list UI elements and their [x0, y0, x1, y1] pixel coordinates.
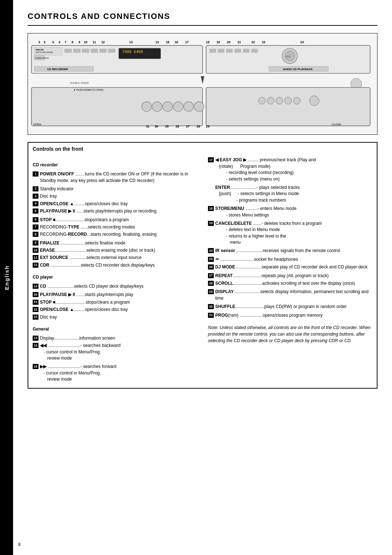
svg-text:30: 30: [155, 125, 158, 128]
num-badge-24: 24: [208, 248, 214, 253]
svg-rect-45: [209, 49, 216, 53]
svg-text:PHILIPS: PHILIPS: [36, 48, 44, 50]
ctrl-item-3: 3 Disc tray: [33, 193, 197, 199]
svg-text:17: 17: [185, 40, 189, 44]
num-badge-7: 7: [33, 224, 38, 230]
main-content: CONTROLS AND CONNECTIONS 3 4 5 6 7 8 9 1…: [13, 0, 392, 409]
svg-text:23: 23: [262, 40, 266, 44]
svg-text:11: 11: [93, 40, 96, 44]
ctrl-desc-11: EXT SOURCE ..............selects externa…: [40, 255, 197, 261]
svg-text:6: 6: [59, 40, 61, 44]
ctrl-desc-19: CANCEL/DELETE .......- deletes tracks fr…: [215, 220, 372, 246]
svg-point-63: [258, 97, 265, 104]
num-badge-29: 29: [208, 289, 214, 294]
sidebar-label: English: [3, 265, 11, 290]
svg-text:15: 15: [166, 40, 170, 44]
ctrl-desc-13: Display.....................information …: [40, 335, 197, 341]
ctrl-item-4: 4 OPEN/CLOSE ▲.........opens/closes disc…: [33, 201, 197, 207]
svg-text:CLOSE: CLOSE: [332, 122, 341, 126]
num-badge-30: 30: [208, 304, 214, 309]
ctrl-item-18: 18 STORE/MENU ..........- enters Menu mo…: [208, 206, 372, 218]
num-badge-31: 31: [208, 313, 214, 318]
ctrl-item-27: 27 REPEAT........................repeats…: [208, 273, 372, 279]
num-badge-11: 11: [33, 255, 38, 260]
svg-text:21: 21: [237, 40, 241, 44]
num-badge-26: 26: [208, 264, 214, 270]
device-diagram: 3 4 5 6 7 8 9 10 11 12 13 14 15 16 17 18…: [28, 33, 377, 135]
svg-rect-47: [226, 49, 232, 53]
ctrl-desc-7: RECORDING-TYPE ......selects recording m…: [40, 224, 197, 230]
ctrl-desc-8: RECORDING-RECORD...starts recording, fin…: [40, 231, 197, 238]
num-badge-18: 18: [208, 206, 214, 211]
ctrl-item-8: 8 RECORDING-RECORD...starts recording, f…: [33, 231, 197, 238]
svg-rect-30: [65, 49, 72, 53]
svg-text:CD RECORDER: CD RECORDER: [47, 67, 68, 70]
num-badge-9: 9: [33, 240, 38, 246]
svg-point-56: [142, 102, 152, 112]
ctrl-item-15: 15 ◀◀ ...........................- searc…: [33, 343, 197, 361]
num-badge-27: 27: [208, 273, 214, 278]
ctrl-desc-30: SHUFFLE........................plays CD(…: [215, 304, 372, 310]
ctrl-item-24: 24 IR sensor ......................recei…: [208, 248, 372, 254]
ctrl-item-21: 21 STOP ■.........................stops/…: [33, 299, 197, 305]
svg-text:14: 14: [155, 40, 159, 44]
svg-rect-35: [108, 49, 115, 53]
svg-text:24: 24: [300, 40, 304, 44]
ctrl-desc-9: FINALIZE ....................selects fin…: [40, 240, 197, 246]
svg-text:10: 10: [84, 40, 87, 44]
svg-text:5: 5: [52, 40, 54, 44]
num-badge-22: 22: [33, 307, 38, 312]
ctrl-item-10: 10 ERASE..........................select…: [33, 247, 197, 254]
svg-text:18: 18: [206, 40, 210, 44]
ctrl-item-14: 14 CD ......................selects CD p…: [33, 283, 197, 289]
svg-text:13: 13: [129, 40, 133, 44]
page-title: CONTROLS AND CONNECTIONS: [28, 11, 377, 26]
device-illustration: 3 4 5 6 7 8 9 10 11 12 13 14 15 16 17 18…: [28, 33, 377, 134]
svg-text:DOUBLE SPEED: DOUBLE SPEED: [70, 82, 89, 84]
svg-text:7: 7: [65, 40, 66, 44]
ctrl-item-30: 30 SHUFFLE........................plays …: [208, 304, 372, 310]
ctrl-desc-18: STORE/MENU ..........- enters Menu mode …: [215, 206, 372, 218]
ctrl-item-16: 16 ▶▶ ...........................- searc…: [33, 364, 197, 382]
svg-text:POWER ON/OFF: POWER ON/OFF: [35, 57, 49, 59]
ctrl-desc-27: REPEAT........................repeats pl…: [215, 273, 372, 279]
svg-point-68: [309, 96, 319, 106]
num-badge-10: 10: [33, 248, 38, 253]
svg-rect-50: [252, 49, 258, 53]
ctrl-item-9: 9 FINALIZE ....................selects f…: [33, 240, 197, 246]
ctrl-desc-1: POWER ON/OFF ........turns the CD record…: [40, 171, 197, 184]
page-number: 8: [18, 542, 21, 548]
ctrl-desc-25: ⚰ ............................socket for…: [215, 256, 372, 263]
controls-section-title: Controls on the front: [33, 146, 372, 153]
svg-point-57: [152, 102, 162, 112]
ctrl-desc-12: CDR .........................selects CD …: [40, 262, 197, 268]
svg-text:25: 25: [206, 125, 210, 128]
svg-rect-34: [99, 49, 106, 53]
ctrl-item-25: 25 ⚰ ............................socket …: [208, 256, 372, 263]
num-badge-19: 19: [208, 221, 214, 226]
svg-text:22: 22: [252, 40, 255, 44]
ctrl-item-28: 28 SCROLL........................activat…: [208, 280, 372, 287]
svg-point-61: [194, 102, 204, 112]
num-badge-28: 28: [208, 281, 214, 286]
page: English CONTROLS AND CONNECTIONS 3 4 5 6…: [0, 0, 392, 555]
num-badge-20: 20: [33, 292, 38, 297]
ctrl-desc-6: STOP ■........................stops/clea…: [40, 217, 197, 223]
svg-text:12: 12: [101, 40, 105, 44]
num-badge-15: 15: [33, 343, 38, 348]
ctrl-item-13: 13 Display.....................informati…: [33, 335, 197, 341]
ctrl-item-1: 1 POWER ON/OFF ........turns the CD reco…: [33, 171, 197, 184]
ctrl-item-enter: - ENTER......................- plays sel…: [208, 185, 372, 203]
ctrl-item-5: 5 PLAY/PAUSE ▶ II ......starts play/inte…: [33, 208, 197, 214]
svg-point-66: [285, 97, 291, 104]
svg-text:JOG: JOG: [286, 55, 291, 58]
svg-text:16: 16: [175, 40, 178, 44]
ctrl-desc-29: DISPLAY......................selects dis…: [215, 289, 372, 301]
ctrl-item-11: 11 EXT SOURCE ..............selects exte…: [33, 255, 197, 261]
svg-text:3: 3: [38, 40, 40, 44]
ctrl-item-31: 31 PROG(ram) ...................opens/cl…: [208, 312, 372, 319]
ctrl-desc-24: IR sensor ......................receives…: [215, 248, 372, 254]
svg-rect-49: [243, 49, 249, 53]
ctrl-desc-22: OPEN/CLOSE ▲.........opens/closes disc t…: [40, 307, 197, 313]
svg-rect-48: [235, 49, 241, 53]
